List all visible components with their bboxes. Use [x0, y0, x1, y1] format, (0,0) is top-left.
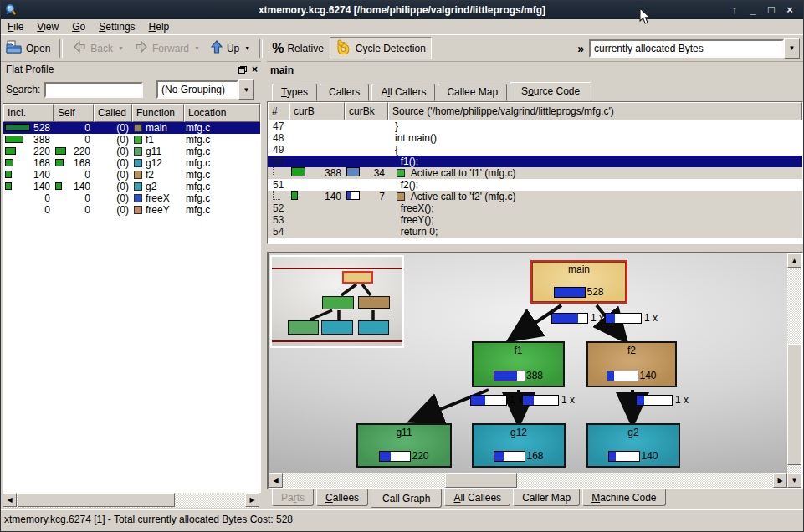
up-arrow-icon [210, 40, 223, 57]
menu-view[interactable]: View [30, 20, 65, 33]
column-header-incl[interactable]: Incl. [3, 104, 54, 122]
column-header-called[interactable]: Called [94, 104, 132, 122]
graph-node-g11[interactable]: g11220 [356, 423, 452, 468]
graph-hscrollbar[interactable]: ◀ ▶ [269, 473, 787, 488]
tab-caller-map[interactable]: Caller Map [513, 489, 580, 506]
graph-node-f1[interactable]: f1388 [472, 341, 565, 387]
scroll-up-icon[interactable]: ▲ [787, 253, 801, 268]
open-button[interactable]: Open [2, 38, 54, 59]
tab-machine-code[interactable]: Machine Code [582, 489, 665, 506]
vertical-splitter[interactable] [261, 61, 267, 509]
function-row-freeX[interactable]: 00(0)freeXmfg.c [3, 192, 260, 204]
menu-settings[interactable]: Settings [92, 20, 141, 33]
tab-callee-map[interactable]: Callee Map [438, 84, 507, 101]
column-header-self[interactable]: Self [54, 104, 94, 122]
toolbar-overflow-button[interactable]: » [572, 42, 589, 55]
back-dropdown-icon[interactable]: ▼ [118, 45, 124, 51]
source-line-53[interactable]: 53 freeY(); [268, 214, 802, 226]
source-column-header[interactable]: # [268, 102, 289, 120]
source-line-47[interactable]: 47} [268, 120, 802, 132]
titlebar[interactable]: xtmemory.kcg.6274 [/home/philippe/valgri… [1, 1, 803, 19]
scroll-right-icon[interactable]: ▶ [245, 493, 259, 507]
grouping-select[interactable]: (No Grouping) ▼ [156, 80, 254, 99]
graph-overview-minimap[interactable] [270, 255, 404, 348]
call-graph-canvas[interactable]: 1 x1 x1 x1 x1 xmain528f1388f2140g11220g1… [269, 253, 787, 473]
tab-call-graph[interactable]: Call Graph [371, 489, 442, 508]
function-row-main[interactable]: 5280(0)mainmfg.c [3, 122, 260, 134]
shade-button[interactable]: ↑ [728, 2, 741, 18]
cycle-detection-toggle-button[interactable]: Cycle Detection [330, 37, 432, 59]
scroll-left-icon[interactable]: ◀ [269, 473, 283, 488]
up-button[interactable]: Up ▼ [206, 38, 254, 59]
cost-bar [346, 167, 360, 176]
status-text: xtmemory.kcg.6274 [1] - Total currently … [4, 514, 293, 525]
graph-node-g12[interactable]: g12168 [472, 423, 566, 468]
function-panel: main TypesCallersAll CallersCallee MapSo… [267, 61, 803, 509]
search-input[interactable] [44, 82, 143, 98]
function-row-g2[interactable]: 140140(0)g2mfg.c [3, 181, 260, 192]
scroll-down-icon[interactable]: ▼ [787, 473, 801, 488]
column-header-function[interactable]: Function [132, 104, 184, 122]
dock-titlebar[interactable]: Flat Profile × [3, 61, 261, 78]
relative-toggle-button[interactable]: % Relative [268, 38, 328, 59]
cost-bar [55, 159, 64, 166]
event-type-select[interactable]: currently allocated Bytes ▼ [589, 39, 800, 58]
function-row-freeY[interactable]: 00(0)freeYmfg.c [3, 204, 260, 216]
source-call-row[interactable]: 38834 Active call to 'f1' (mfg.c) [268, 167, 802, 179]
scroll-left-icon[interactable]: ◀ [3, 493, 17, 507]
source-line-52[interactable]: 52 freeX(); [268, 202, 802, 214]
close-dock-icon[interactable]: × [252, 64, 258, 74]
maximize-button[interactable]: □ [765, 2, 778, 18]
event-type-value: currently allocated Bytes [589, 39, 784, 58]
tree-branch-icon [273, 167, 280, 176]
scroll-thumb[interactable] [787, 344, 801, 465]
flat-profile-hscrollbar[interactable]: ◀ ▶ [3, 493, 259, 508]
call-count-label: 1 x [551, 312, 604, 324]
graph-node-f2[interactable]: f2140 [586, 341, 677, 387]
forward-dropdown-icon[interactable]: ▼ [194, 45, 200, 51]
tab-types[interactable]: Types [272, 84, 317, 101]
source-call-row[interactable]: 1407 Active call to 'f2' (mfg.c) [268, 191, 802, 202]
forward-button[interactable]: Forward ▼ [130, 38, 204, 59]
function-row-f1[interactable]: 3880(0)f1mfg.c [3, 134, 260, 146]
cost-bar [5, 171, 12, 178]
source-column-header[interactable]: curBk [345, 102, 388, 120]
menu-go[interactable]: Go [65, 20, 92, 33]
source-line-51[interactable]: 51 f2(); [268, 179, 802, 191]
function-color-icon [134, 147, 142, 156]
cost-bar [5, 182, 12, 190]
scroll-right-icon[interactable]: ▶ [773, 473, 787, 488]
minimize-button[interactable]: _ [746, 2, 760, 18]
tab-callees[interactable]: Callees [316, 489, 368, 506]
scroll-thumb[interactable] [18, 493, 175, 507]
source-column-header[interactable]: curB [289, 102, 345, 120]
grouping-dropdown-icon[interactable]: ▼ [238, 79, 254, 100]
tab-all-callees[interactable]: All Callees [444, 489, 510, 506]
source-line-54[interactable]: 54 return 0; [268, 226, 802, 238]
graph-node-main[interactable]: main528 [530, 260, 627, 304]
tab-all-callers[interactable]: All Callers [371, 84, 435, 101]
menu-file[interactable]: File [1, 20, 30, 33]
source-line-49[interactable]: 49{ [268, 144, 802, 156]
float-dock-icon[interactable] [238, 66, 247, 74]
event-type-dropdown-icon[interactable]: ▼ [784, 38, 800, 59]
source-line-48[interactable]: 48int main() [268, 132, 802, 144]
call-graph-panel: 1 x1 x1 x1 x1 xmain528f1388f2140g11220g1… [267, 252, 803, 489]
column-header-location[interactable]: Location [184, 104, 260, 122]
function-row-g11[interactable]: 220220(0)g11mfg.c [3, 146, 260, 157]
tab-source-code[interactable]: Source Code [510, 82, 591, 101]
menubar: FileViewGoSettingsHelp [1, 19, 803, 35]
function-row-f2[interactable]: 1400(0)f2mfg.c [3, 169, 260, 181]
close-button[interactable]: × [783, 2, 796, 18]
tab-callers[interactable]: Callers [320, 84, 369, 101]
back-button[interactable]: Back ▼ [68, 38, 128, 59]
source-line-50[interactable]: 50 f1(); [268, 156, 802, 167]
graph-node-g2[interactable]: g2140 [586, 423, 680, 468]
function-row-g12[interactable]: 168168(0)g12mfg.c [3, 157, 260, 169]
menu-help[interactable]: Help [142, 20, 177, 33]
graph-vscrollbar[interactable]: ▲ ▼ [787, 253, 801, 488]
up-dropdown-icon[interactable]: ▼ [244, 45, 250, 51]
function-color-icon [134, 182, 142, 191]
source-column-header[interactable]: Source ('/home/philippe/valgrind/littlep… [388, 102, 802, 120]
scroll-thumb[interactable] [445, 473, 517, 488]
